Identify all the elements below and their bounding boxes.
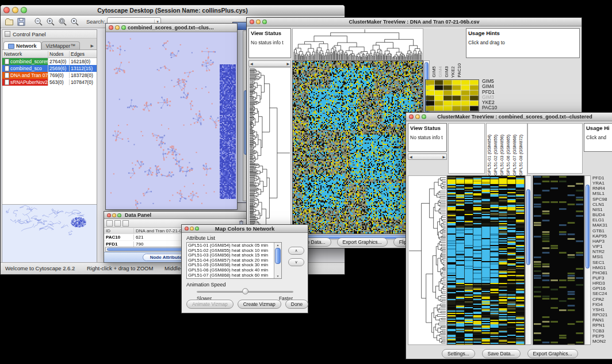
gene-label[interactable]: RPN1	[592, 323, 612, 328]
maximize-button[interactable]	[117, 213, 121, 217]
col-header-nodes[interactable]: Nodes	[48, 51, 70, 57]
array-label[interactable]: GIM3	[444, 66, 450, 78]
scrollbar-thumb[interactable]	[586, 185, 590, 269]
close-button[interactable]	[107, 213, 111, 217]
select-attributes-icon[interactable]	[106, 220, 113, 227]
dialog-titlebar[interactable]: Map Colors to Network	[182, 225, 308, 233]
zoom-fit-icon[interactable]	[58, 17, 68, 27]
attribute-batch-icon[interactable]	[123, 220, 129, 227]
maximize-button[interactable]	[121, 25, 126, 30]
scrollbar-thumb[interactable]	[526, 189, 530, 265]
array-label[interactable]: GPL51-08 (GSM872)	[518, 135, 525, 175]
heatmap-vscroll[interactable]	[525, 175, 531, 345]
scroll-right-icon[interactable]: ▶	[286, 62, 289, 66]
col-header-edges[interactable]: Edges	[70, 51, 97, 57]
attribute-list-item[interactable]: GPL51-07 (GSM868) heat shock 60 min	[187, 273, 274, 278]
gene-label[interactable]: PUF3	[592, 275, 612, 281]
gene-label[interactable]: YRA1	[592, 181, 612, 186]
gene-label[interactable]: NTR2	[592, 249, 612, 254]
main-window-titlebar[interactable]: Cytoscape Desktop (Session Name: collins…	[1, 5, 345, 16]
treeview-action-button[interactable]: Export Graphics...	[337, 237, 388, 247]
scroll-right-icon[interactable]: ▶	[442, 155, 445, 159]
gene-label[interactable]: NIS1	[592, 207, 612, 212]
gene-label[interactable]: PHO81	[592, 270, 612, 275]
gene-label[interactable]: PAN1	[592, 317, 612, 323]
gene-label[interactable]: KAP95	[592, 233, 612, 239]
minimize-button[interactable]	[115, 25, 120, 30]
minimize-button[interactable]	[190, 227, 194, 231]
attribute-list[interactable]: GPL51-01 (GSM854) heat shock 05 minGPL51…	[186, 242, 282, 279]
array-label[interactable]: GPL51-06 (GSM865)	[506, 135, 512, 175]
minimize-button[interactable]	[256, 20, 261, 24]
move-up-button[interactable]: ∧	[288, 247, 304, 255]
gene-label[interactable]: CLN1	[592, 202, 612, 207]
close-button[interactable]	[3, 7, 10, 13]
dialog-button[interactable]: Create Vizmap	[238, 300, 281, 309]
array-label[interactable]: GPL51-07 (GSM868)	[512, 135, 518, 175]
zoom-out-icon[interactable]	[33, 17, 44, 27]
array-label[interactable]: YKE2	[450, 66, 457, 78]
gene-label[interactable]: GTB1	[592, 228, 612, 233]
network-list-row[interactable]: combined_scores 2764(0) 16218(0)	[2, 58, 97, 65]
create-attribute-icon[interactable]	[114, 220, 121, 227]
gene-label[interactable]: SEC24	[592, 291, 612, 296]
treeview-action-button[interactable]: Save Data...	[482, 349, 521, 358]
tab-overflow-icon[interactable]: ▶	[89, 44, 95, 49]
maximize-button[interactable]	[262, 20, 267, 24]
close-button[interactable]	[185, 227, 189, 231]
secondary-heatmap-canvas[interactable]	[533, 175, 584, 345]
birdseye-canvas[interactable]	[2, 205, 97, 262]
dialog-button[interactable]: Done	[285, 300, 308, 309]
gene-label[interactable]: TCB3	[592, 328, 612, 334]
close-button[interactable]	[409, 114, 414, 119]
scroll-down-icon[interactable]: ▼	[274, 274, 281, 278]
tab-network[interactable]: Network	[3, 41, 41, 49]
gene-label[interactable]: MSL1	[592, 191, 612, 196]
gene-label[interactable]: HRD3	[592, 281, 612, 286]
minimize-button[interactable]	[415, 114, 420, 119]
network-list-row[interactable]: sRNAPuberNov2 563(0) 107847(0)	[2, 79, 97, 86]
gene-label[interactable]: CPA2	[592, 297, 612, 302]
slider-knob[interactable]	[242, 288, 248, 294]
gene-label[interactable]: RNR4	[592, 186, 612, 191]
treeview-action-button[interactable]: Export Graphics...	[527, 349, 578, 358]
network-list-row[interactable]: DNA and Tran 07 769(0) 183728(0)	[2, 72, 97, 79]
minimize-button[interactable]	[12, 7, 18, 13]
zoom-selected-icon[interactable]	[70, 17, 80, 27]
gene-label[interactable]: HMG1	[592, 265, 612, 270]
array-label[interactable]: GIM4	[438, 66, 444, 78]
tab-vizmapper[interactable]: VizMapper™	[41, 41, 81, 49]
zoom-in-icon[interactable]	[45, 17, 56, 27]
dialog-button[interactable]: Animate Vizmap	[186, 300, 234, 309]
secondary-vscroll[interactable]	[584, 175, 591, 345]
gene-label[interactable]: YSH1	[592, 307, 612, 312]
col-header-id[interactable]: ID	[104, 228, 134, 233]
heatmap-canvas[interactable]	[447, 175, 525, 345]
dendrogram-nav-scrollbar[interactable]: ◀ ▶	[248, 60, 291, 67]
gene-label[interactable]: RPO21	[592, 312, 612, 317]
treeview2-titlebar[interactable]: ClusterMaker TreeView : combined_scores_…	[406, 113, 612, 121]
dendrogram-nav-scrollbar[interactable]: ◀ ▶	[408, 154, 447, 160]
col-header-network[interactable]: Network	[2, 51, 48, 57]
array-label[interactable]: GPL51-01 (GSM854)	[487, 135, 493, 175]
gene-label[interactable]: GPI16	[592, 286, 612, 291]
scrollbar-thumb[interactable]	[275, 248, 281, 264]
heatmap-canvas[interactable]	[292, 60, 423, 234]
open-session-icon[interactable]	[4, 17, 14, 27]
birdseye-overview[interactable]	[2, 204, 97, 262]
gene-dendrogram-canvas[interactable]	[408, 175, 447, 345]
data-panel-titlebar[interactable]: Data Panel	[104, 212, 247, 219]
move-down-button[interactable]: ∨	[288, 258, 304, 266]
gene-label[interactable]: SPC98	[592, 197, 612, 202]
gene-label[interactable]: MAK31	[592, 223, 612, 228]
treeview1-titlebar[interactable]: ClusterMaker TreeView : DNA and Tran 07-…	[247, 18, 582, 26]
array-dendrogram-canvas[interactable]	[292, 28, 423, 60]
scroll-up-icon[interactable]: ▲	[274, 243, 281, 247]
close-button[interactable]	[109, 25, 113, 30]
array-label[interactable]: GIM5	[431, 66, 438, 78]
maximize-button[interactable]	[195, 227, 199, 231]
gene-label[interactable]: PFD1	[592, 175, 612, 181]
gene-label[interactable]: PAC10	[482, 105, 497, 110]
network-list-row[interactable]: combined_sco 2569(6) 13112(15)	[2, 65, 97, 72]
gene-label[interactable]: MON2	[592, 339, 612, 344]
